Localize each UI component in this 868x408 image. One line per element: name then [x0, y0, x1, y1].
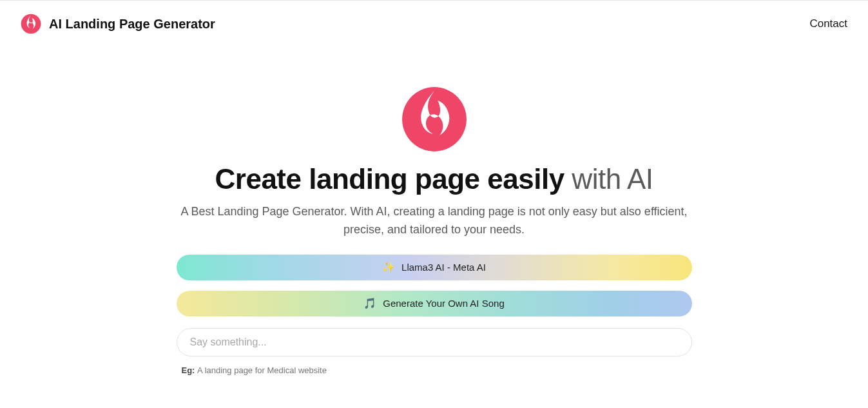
- pill-label: Llama3 AI - Meta AI: [401, 262, 486, 273]
- brand-logo-icon: [21, 14, 41, 34]
- page-headline: Create landing page easily with AI: [215, 163, 653, 195]
- prompt-input[interactable]: [177, 328, 692, 356]
- input-row: [177, 328, 692, 356]
- header: AI Landing Page Generator Contact: [0, 0, 868, 47]
- example-hint: Eg: A landing page for Medical website: [177, 365, 692, 375]
- contact-link[interactable]: Contact: [809, 17, 847, 30]
- brand[interactable]: AI Landing Page Generator: [21, 14, 215, 34]
- main-content: Create landing page easily with AI A Bes…: [0, 47, 868, 375]
- page-subtitle: A Best Landing Page Generator. With AI, …: [177, 203, 692, 239]
- headline-strong: Create landing page easily: [215, 163, 564, 195]
- sparkles-icon: ✨: [382, 261, 395, 273]
- promo-pill-llama3[interactable]: ✨ Llama3 AI - Meta AI: [177, 255, 692, 280]
- example-prefix: Eg:: [182, 365, 198, 375]
- hero-logo-icon: [401, 86, 468, 153]
- promo-pill-ai-song[interactable]: 🎵 Generate Your Own AI Song: [177, 291, 692, 316]
- pill-label: Generate Your Own AI Song: [383, 298, 504, 309]
- example-text: A landing page for Medical website: [197, 365, 327, 375]
- svg-point-0: [21, 14, 41, 34]
- promo-pills: ✨ Llama3 AI - Meta AI 🎵 Generate Your Ow…: [177, 255, 692, 316]
- music-icon: 🎵: [363, 297, 376, 309]
- headline-light: with AI: [564, 163, 653, 195]
- brand-title: AI Landing Page Generator: [49, 17, 215, 32]
- svg-point-1: [402, 87, 467, 151]
